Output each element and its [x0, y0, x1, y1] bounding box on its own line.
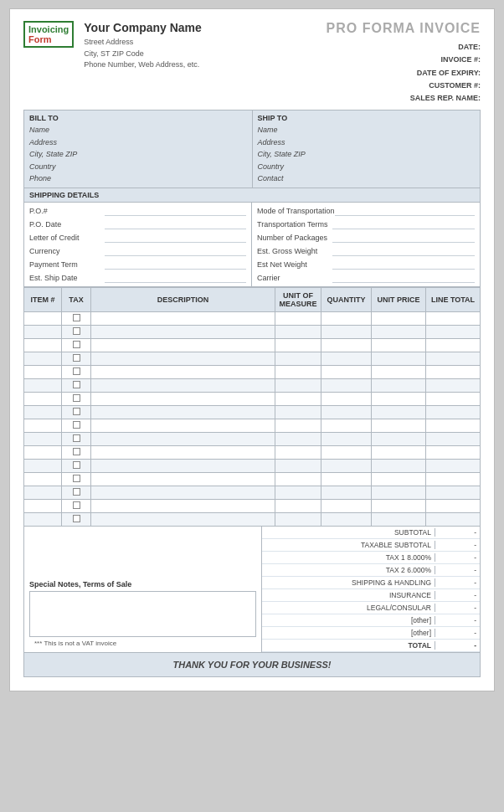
table-row — [24, 312, 481, 326]
totals-label: [other] — [265, 629, 435, 637]
table-row — [24, 419, 481, 433]
checkbox-icon — [73, 421, 80, 429]
totals-label: SUBTOTAL — [265, 528, 435, 537]
table-row — [24, 366, 481, 379]
checkbox-icon — [73, 515, 80, 522]
table-row — [24, 406, 481, 419]
totals-label: TOTAL — [265, 641, 435, 650]
col-header-item: ITEM # — [24, 288, 62, 312]
shipping-row: Letter of Credit — [29, 231, 246, 244]
totals-value: - — [435, 591, 476, 599]
company-address: Street Address City, ST ZIP Code Phone N… — [84, 37, 202, 71]
checkbox-icon — [73, 327, 80, 335]
thank-you: THANK YOU FOR YOUR BUSINESS! — [23, 653, 481, 677]
totals-row: SHIPPING & HANDLING - — [262, 577, 480, 589]
notes-section: Special Notes, Terms of Sale *** This is… — [24, 527, 262, 652]
header-left: Invoicing Form Your Company Name Street … — [23, 21, 202, 71]
table-row — [24, 433, 481, 446]
items-table: ITEM # TAX DESCRIPTION UNIT OF MEASURE Q… — [23, 287, 481, 527]
bill-to-header: BILL TO — [29, 114, 247, 122]
invoice-fields: DATE: INVOICE #: DATE OF EXPIRY: CUSTOME… — [327, 41, 481, 105]
company-info: Your Company Name Street Address City, S… — [84, 21, 202, 71]
totals-row: TAX 2 6.000% - — [262, 564, 480, 577]
totals-row: TAX 1 8.000% - — [262, 552, 480, 564]
table-row — [24, 352, 481, 366]
invoice-page: Invoicing Form Your Company Name Street … — [9, 8, 495, 691]
checkbox-icon — [73, 381, 80, 388]
footer-area: Special Notes, Terms of Sale *** This is… — [23, 527, 481, 653]
header: Invoicing Form Your Company Name Street … — [23, 21, 481, 105]
expiry-field: DATE OF EXPIRY: — [327, 67, 481, 80]
totals-value: - — [435, 604, 476, 612]
checkbox-icon — [73, 448, 80, 455]
checkbox-icon — [73, 488, 80, 496]
checkbox-icon — [73, 434, 80, 442]
col-header-unit: UNIT OF MEASURE — [275, 288, 321, 312]
totals-value: - — [435, 629, 476, 637]
table-row — [24, 339, 481, 352]
checkbox-icon — [73, 341, 80, 348]
shipping-row: Payment Term — [29, 258, 246, 271]
logo: Invoicing Form — [23, 21, 74, 48]
checkbox-icon — [73, 367, 80, 375]
date-field: DATE: — [327, 41, 481, 54]
shipping-row: Est. Ship Date — [29, 271, 246, 285]
col-header-unit-price: UNIT PRICE — [372, 288, 426, 312]
checkbox-icon — [73, 461, 80, 469]
table-row — [24, 500, 481, 513]
totals-label: [other] — [265, 616, 435, 624]
shipping-row: Number of Packages — [257, 231, 475, 244]
shipping-col-left: P.O.#P.O. DateLetter of CreditCurrencyPa… — [24, 203, 252, 286]
table-row — [24, 446, 481, 460]
totals-row: LEGAL/CONSULAR - — [262, 602, 480, 614]
shipping-grid: P.O.#P.O. DateLetter of CreditCurrencyPa… — [24, 203, 480, 286]
totals-value: - — [435, 553, 476, 562]
vat-note: *** This is not a VAT invoice — [29, 637, 256, 650]
notes-label: Special Notes, Terms of Sale — [29, 580, 256, 588]
bill-ship-section: BILL TO Name Address City, State ZIP Cou… — [23, 110, 481, 188]
table-row — [24, 486, 481, 500]
totals-label: LEGAL/CONSULAR — [265, 604, 435, 612]
totals-label: TAXABLE SUBTOTAL — [265, 541, 435, 549]
notes-box[interactable] — [29, 591, 256, 637]
totals-section: SUBTOTAL - TAXABLE SUBTOTAL - TAX 1 8.00… — [262, 527, 480, 652]
totals-row: INSURANCE - — [262, 589, 480, 602]
totals-label: TAX 1 8.000% — [265, 553, 435, 562]
shipping-row: P.O. Date — [29, 218, 246, 231]
sales-rep-field: SALES REP. NAME: — [327, 92, 481, 105]
invoice-num-field: INVOICE #: — [327, 54, 481, 66]
shipping-header: SHIPPING DETAILS — [24, 188, 480, 203]
table-header-row: ITEM # TAX DESCRIPTION UNIT OF MEASURE Q… — [24, 288, 481, 312]
logo-form: Form — [28, 34, 52, 44]
table-row — [24, 460, 481, 473]
shipping-row: Est Net Weight — [257, 258, 475, 271]
totals-value: - — [435, 616, 476, 624]
shipping-row: P.O.# — [29, 204, 246, 218]
shipping-row: Est. Gross Weight — [257, 244, 475, 258]
totals-row: TAXABLE SUBTOTAL - — [262, 539, 480, 552]
checkbox-icon — [73, 501, 80, 509]
totals-row: TOTAL - — [262, 640, 480, 652]
totals-value: - — [435, 528, 476, 537]
checkbox-icon — [73, 475, 80, 482]
table-row — [24, 513, 481, 527]
pro-forma-title: PRO FORMA INVOICE — [327, 21, 481, 36]
header-right: PRO FORMA INVOICE DATE: INVOICE #: DATE … — [327, 21, 481, 105]
table-row — [24, 326, 481, 339]
company-name: Your Company Name — [84, 21, 202, 34]
checkbox-icon — [73, 408, 80, 415]
checkbox-icon — [73, 314, 80, 321]
ship-to-data: Name Address City, State ZIP Country Con… — [258, 124, 476, 184]
customer-field: CUSTOMER #: — [327, 80, 481, 92]
col-header-line-total: LINE TOTAL — [426, 288, 481, 312]
table-row — [24, 379, 481, 393]
col-header-quantity: QUANTITY — [321, 288, 372, 312]
table-row — [24, 473, 481, 486]
col-header-tax: TAX — [62, 288, 91, 312]
totals-label: TAX 2 6.000% — [265, 566, 435, 574]
ship-to-header: SHIP TO — [258, 114, 476, 122]
totals-value: - — [435, 541, 476, 549]
totals-row: [other] - — [262, 614, 480, 627]
ship-to-col: SHIP TO Name Address City, State ZIP Cou… — [253, 110, 481, 188]
totals-row: SUBTOTAL - — [262, 527, 480, 539]
